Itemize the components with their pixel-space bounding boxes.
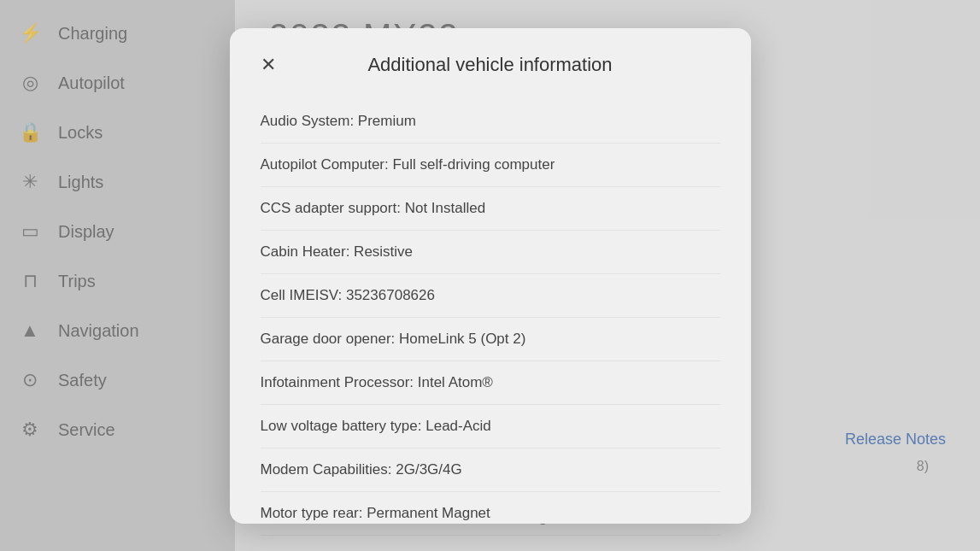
modal-item-2: CCS adapter support: Not Installed [261, 187, 720, 231]
modal-item-3: Cabin Heater: Resistive [261, 231, 720, 274]
modal: ✕ Additional vehicle information Audio S… [230, 28, 751, 524]
modal-item-8: Modem Capabilities: 2G/3G/4G [261, 448, 720, 492]
modal-item-7: Low voltage battery type: Lead-Acid [261, 405, 720, 448]
modal-title: Additional vehicle information [261, 54, 720, 76]
modal-item-6: Infotainment Processor: Intel Atom® [261, 361, 720, 405]
modal-overlay: ✕ Additional vehicle information Audio S… [0, 0, 980, 551]
modal-item-0: Audio System: Premium [261, 100, 720, 144]
modal-header: ✕ Additional vehicle information [261, 54, 720, 76]
modal-item-4: Cell IMEISV: 35236708626 [261, 274, 720, 318]
modal-item-5: Garage door opener: HomeLink 5 (Opt 2) [261, 318, 720, 361]
modal-item-9: Motor type rear: Permanent Magnet [261, 492, 720, 536]
modal-close-button[interactable]: ✕ [261, 56, 276, 74]
modal-item-1: Autopilot Computer: Full self-driving co… [261, 144, 720, 187]
modal-body: Audio System: PremiumAutopilot Computer:… [261, 100, 720, 552]
modal-item-10: Wi-Fi MAC address: CC:88:26:60 [261, 536, 720, 551]
